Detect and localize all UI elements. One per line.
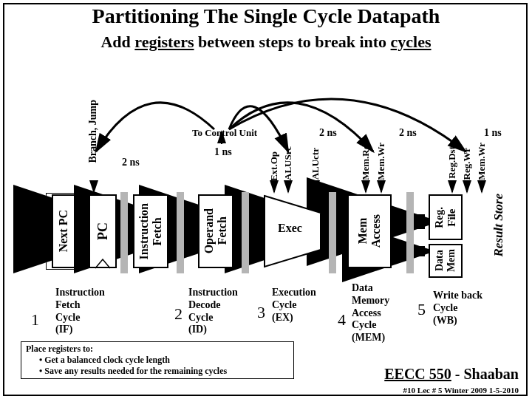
timing-id: 1 ns	[214, 146, 232, 158]
footer: EECC 550 - Shaaban	[384, 366, 519, 383]
sig-branch-jump: Branch, Jump	[87, 100, 99, 163]
s5l1: Cycle	[433, 302, 457, 313]
block-instruction-fetch: Instruction Fetch	[133, 194, 168, 268]
slide-subtitle: Add registers between steps to break int…	[0, 33, 532, 52]
timing-if: 2 ns	[122, 157, 140, 168]
stage-3-num: 3	[257, 303, 265, 322]
to-control-label: To Control Unit	[192, 127, 257, 139]
footer-teacher: Shaaban	[464, 366, 519, 382]
block-pc: PC	[89, 194, 117, 268]
s2l2: Cycle	[188, 312, 213, 323]
stage-5-num: 5	[417, 300, 426, 319]
s3l1: Cycle	[272, 299, 296, 310]
subtitle-part-d: cycles	[391, 33, 432, 51]
subtitle-part-c: between steps to break into	[194, 33, 391, 51]
sig-memwr2: Mem.Wr	[476, 143, 488, 180]
s4l1: Memory	[352, 295, 389, 306]
block-data-mem: Data Mem	[429, 244, 463, 278]
s1l3: (IF)	[55, 324, 72, 335]
timing-mem: 2 ns	[399, 127, 417, 139]
stage-1-num: 1	[31, 310, 39, 330]
s3l2: (EX)	[272, 312, 293, 323]
sig-extop: Ext.Op	[268, 151, 280, 181]
s4l2: Access	[352, 307, 381, 318]
s5l0: Write back	[433, 290, 482, 301]
stage-2-num: 2	[174, 304, 183, 324]
clock-triangle-icon	[95, 259, 111, 269]
s2l3: (ID)	[188, 324, 207, 335]
subtitle-part-a: Add	[100, 33, 134, 51]
stage-3-label: Execution Cycle (EX)	[272, 287, 331, 324]
s1l2: Cycle	[55, 312, 80, 323]
stage-4-num: 4	[338, 310, 346, 330]
label-opfetch: Operand Fetch	[202, 208, 229, 253]
stage-4-label: Data Memory Access Cycle (MEM)	[352, 282, 411, 344]
block-operand-fetch: Operand Fetch	[198, 194, 233, 268]
timing-ex: 2 ns	[319, 127, 337, 139]
note-title: Place registers to:	[26, 344, 289, 355]
sig-memwr: Mem.Wr	[375, 143, 387, 180]
label-pc: PC	[95, 222, 111, 240]
s2l1: Decode	[188, 299, 221, 310]
s1l1: Fetch	[55, 299, 80, 310]
sig-aluctr: ALUctr	[310, 148, 321, 180]
note-b2: • Save any results needed for the remain…	[26, 366, 289, 377]
label-result-store: Result Store	[491, 194, 506, 257]
slide-title: Partitioning The Single Cycle Datapath	[0, 4, 532, 28]
stage-5-label: Write back Cycle (WB)	[433, 290, 499, 327]
s4l0: Data	[352, 282, 373, 293]
footer-course: EECC 550	[384, 366, 451, 382]
stage-1-label: Instruction Fetch Cycle (IF)	[55, 287, 122, 336]
nextpc-outer	[46, 193, 81, 270]
label-regfile: Reg. File	[433, 207, 458, 228]
label-ifetch: Instruction Fetch	[137, 203, 164, 259]
s3l0: Execution	[272, 287, 316, 298]
s2l0: Instruction	[188, 287, 238, 298]
subtitle-part-b: registers	[134, 33, 194, 51]
s5l2: (WB)	[433, 315, 457, 326]
s1l0: Instruction	[55, 287, 105, 298]
sig-regwr: Reg.Wr	[461, 148, 473, 180]
note-b1: • Get a balanced clock cycle length	[26, 355, 289, 366]
sig-regdst: Reg.Dst	[446, 146, 458, 179]
label-memacc: Mem Access	[356, 214, 383, 248]
s4l4: (MEM)	[352, 332, 385, 343]
label-datamem: Data Mem	[434, 249, 457, 272]
sig-alusrc: ALUSrc	[282, 146, 294, 180]
stage-2-label: Instruction Decode Cycle (ID)	[188, 287, 255, 336]
sig-memrd: Mem.Rd	[360, 144, 372, 180]
footer-lec: #10 Lec # 5 Winter 2009 1-5-2010	[403, 386, 519, 395]
label-exec: Exec	[278, 222, 302, 235]
block-reg-file: Reg. File	[429, 194, 463, 240]
note-box: Place registers to: • Get a balanced clo…	[21, 341, 294, 379]
timing-wb: 1 ns	[484, 127, 502, 139]
s4l3: Cycle	[352, 319, 376, 330]
block-mem-access: Mem Access	[347, 194, 392, 268]
